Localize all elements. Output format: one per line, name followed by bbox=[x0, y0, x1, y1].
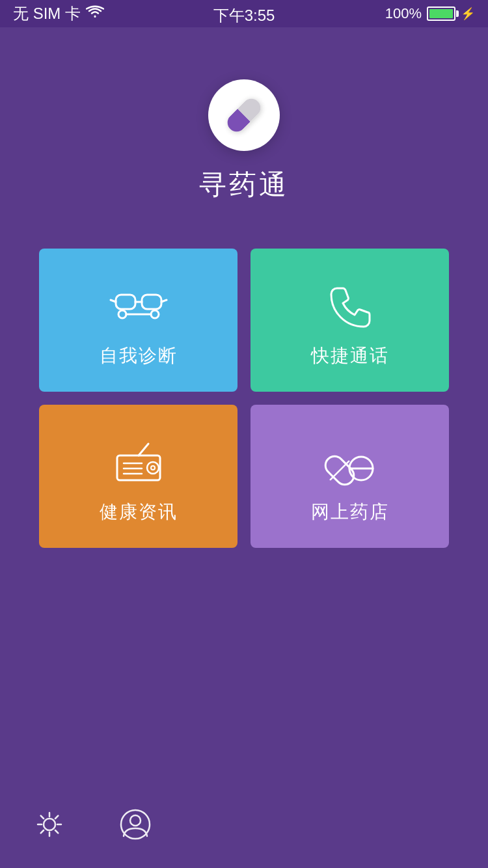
menu-grid: 自我诊断 快捷通话 健康资讯 bbox=[0, 249, 488, 548]
app-header: 寻药通 bbox=[0, 27, 488, 242]
svg-point-14 bbox=[151, 466, 155, 470]
svg-line-9 bbox=[139, 444, 148, 455]
online-pharmacy-tile[interactable]: 网上药店 bbox=[251, 405, 449, 548]
status-time: 下午3:55 bbox=[213, 5, 275, 26]
glasses-icon bbox=[109, 278, 168, 331]
quick-call-label: 快捷通话 bbox=[311, 344, 389, 368]
self-diagnosis-label: 自我诊断 bbox=[100, 344, 178, 368]
status-left: 无 SIM 卡 bbox=[13, 3, 104, 24]
svg-point-20 bbox=[121, 810, 150, 839]
status-right: 100% ⚡ bbox=[385, 5, 475, 22]
pill-icon bbox=[224, 95, 264, 135]
svg-point-6 bbox=[151, 310, 159, 318]
app-title: 寻药通 bbox=[199, 167, 289, 203]
svg-rect-1 bbox=[142, 295, 161, 309]
svg-point-13 bbox=[147, 462, 159, 474]
battery-icon bbox=[427, 7, 455, 21]
svg-rect-0 bbox=[116, 295, 135, 309]
battery-percent: 100% bbox=[385, 5, 422, 22]
charging-icon: ⚡ bbox=[461, 7, 475, 21]
svg-point-5 bbox=[118, 310, 126, 318]
health-news-label: 健康资讯 bbox=[100, 500, 178, 524]
quick-call-tile[interactable]: 快捷通话 bbox=[251, 249, 449, 392]
svg-point-21 bbox=[130, 815, 141, 826]
bottom-bar bbox=[0, 796, 488, 868]
svg-point-19 bbox=[44, 819, 55, 830]
health-news-tile[interactable]: 健康资讯 bbox=[39, 405, 237, 548]
pills-icon bbox=[321, 435, 379, 487]
status-bar: 无 SIM 卡 下午3:55 100% ⚡ bbox=[0, 0, 488, 27]
online-pharmacy-label: 网上药店 bbox=[311, 500, 389, 524]
profile-button[interactable] bbox=[118, 807, 152, 844]
self-diagnosis-tile[interactable]: 自我诊断 bbox=[39, 249, 237, 392]
svg-line-16 bbox=[330, 461, 348, 480]
phone-icon bbox=[321, 278, 379, 331]
settings-button[interactable] bbox=[33, 807, 66, 844]
no-sim-text: 无 SIM 卡 bbox=[13, 3, 81, 24]
app-logo bbox=[208, 79, 280, 151]
radio-icon bbox=[109, 435, 168, 487]
wifi-icon bbox=[86, 5, 104, 23]
